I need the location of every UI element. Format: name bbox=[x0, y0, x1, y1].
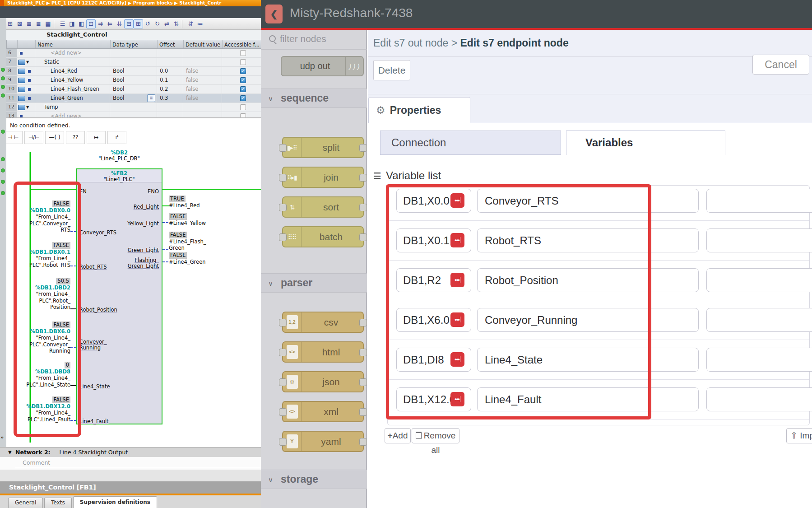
variable-name-input[interactable]: Robot_Position bbox=[477, 268, 699, 292]
palette-node-udp-out[interactable]: udp out ) ) ) bbox=[281, 56, 364, 76]
address-helper-button[interactable]: ••• bbox=[450, 273, 464, 287]
address-helper-button[interactable]: ••• bbox=[450, 352, 464, 367]
variable-name-cell[interactable]: Line4_Flash_Green bbox=[35, 85, 110, 93]
palette-node[interactable]: ⇅ sort bbox=[282, 196, 364, 218]
network2-header[interactable]: ▼ Network 2: Line 4 Stacklight Output bbox=[0, 447, 264, 457]
collapse-caret-icon[interactable]: ▼ bbox=[8, 447, 12, 457]
expand-caret-icon[interactable]: ▼ bbox=[26, 103, 29, 112]
properties-tab[interactable]: ⚙Properties bbox=[368, 97, 470, 123]
accessible-cell[interactable]: ✓ bbox=[222, 67, 264, 75]
en-pin[interactable]: EN bbox=[79, 189, 87, 195]
input-pin[interactable]: Line4_State bbox=[79, 384, 110, 390]
accessible-cell[interactable]: ✓ bbox=[222, 85, 264, 93]
variable-name-cell[interactable]: <Add new> bbox=[35, 49, 110, 57]
checkbox-unchecked-icon[interactable] bbox=[240, 104, 246, 110]
checkbox-checked-icon[interactable]: ✓ bbox=[240, 86, 246, 92]
variable-name-cell[interactable]: Static bbox=[35, 58, 110, 66]
palette-node[interactable]: Y yaml bbox=[282, 431, 364, 452]
palette-node[interactable]: <> xml bbox=[282, 401, 364, 422]
table-header-cell[interactable]: Accessible f... bbox=[223, 40, 264, 48]
input-pin[interactable]: Robot_RTS bbox=[79, 264, 107, 270]
palette-search[interactable]: filter nodes bbox=[261, 30, 367, 50]
tab-variables[interactable]: Variables bbox=[566, 130, 725, 155]
input-operand[interactable]: FALSE %DB1.DBX12.0 "From_Line4_ PLC".Lin… bbox=[8, 396, 70, 423]
inspector-tab[interactable]: Texts bbox=[44, 498, 72, 508]
output-pin[interactable]: Red_Light bbox=[134, 204, 159, 210]
delete-button[interactable]: Delete bbox=[373, 60, 410, 80]
palette-node[interactable]: 1,2 csv bbox=[282, 312, 364, 333]
variable-name-input[interactable]: Robot_RTS bbox=[477, 228, 699, 252]
input-pin[interactable]: Robot_Position bbox=[79, 307, 117, 313]
address-helper-button[interactable]: ••• bbox=[450, 312, 464, 327]
default-value-cell[interactable]: false bbox=[183, 76, 222, 84]
output-pin[interactable]: Green_Light bbox=[128, 247, 159, 253]
breadcrumb-parent[interactable]: Edit s7 out node bbox=[373, 37, 448, 49]
network-comment-row[interactable]: Comment bbox=[0, 457, 264, 470]
address-helper-button[interactable]: ••• bbox=[450, 392, 464, 406]
input-operand[interactable]: FALSE %DB1.DBX0.0 "From_Line4_ PLC".Conv… bbox=[8, 200, 70, 233]
data-type-cell[interactable] bbox=[110, 49, 157, 57]
table-row[interactable]: 11 Line4_Green Bool≣ 0.3 false ✓ bbox=[6, 94, 264, 103]
search-input[interactable]: filter nodes bbox=[280, 33, 326, 44]
ladder-element-icon[interactable]: ⊣ ⊢ bbox=[4, 131, 23, 144]
data-type-cell[interactable]: Bool bbox=[110, 76, 157, 84]
checkbox-checked-icon[interactable]: ✓ bbox=[240, 77, 246, 83]
table-row[interactable]: 7 ▼ Static bbox=[6, 58, 264, 67]
accessible-cell[interactable] bbox=[222, 58, 264, 66]
table-header-cell[interactable] bbox=[7, 40, 18, 48]
variable-extra-input[interactable] bbox=[706, 189, 812, 213]
address-helper-button[interactable]: ••• bbox=[450, 233, 464, 247]
ladder-element-icon[interactable]: ⊣/⊢ bbox=[24, 131, 43, 144]
variable-name-input[interactable]: Line4_State bbox=[477, 348, 699, 372]
tia-toolbar-icon[interactable]: ↺ bbox=[143, 19, 153, 28]
ladder-element-icon[interactable]: ↦ bbox=[87, 131, 106, 144]
palette-category-storage[interactable]: ∨ storage bbox=[261, 470, 367, 489]
default-value-cell[interactable]: false bbox=[183, 85, 222, 93]
more-chevrons-icon[interactable]: » bbox=[0, 434, 4, 440]
palette-node[interactable]: <> html bbox=[282, 341, 364, 363]
palette-category-parser[interactable]: ∨ parser bbox=[261, 273, 367, 293]
inspector-tab[interactable]: Supervision definitions bbox=[73, 496, 157, 508]
variable-extra-input[interactable] bbox=[706, 308, 812, 332]
input-operand[interactable]: FALSE %DB1.DBX0.1 "From_Line4_ PLC".Robo… bbox=[8, 242, 70, 268]
input-pin[interactable]: Conveyor_RTS bbox=[79, 230, 116, 236]
checkbox-unchecked-icon[interactable] bbox=[240, 59, 246, 65]
data-type-cell[interactable]: Bool≣ bbox=[110, 94, 157, 103]
accessible-cell[interactable]: ✓ bbox=[222, 94, 264, 103]
tia-toolbar-icon[interactable]: ⊞ bbox=[134, 19, 143, 28]
input-pin[interactable]: Line4_Fault bbox=[79, 419, 109, 424]
variable-extra-input[interactable] bbox=[706, 387, 812, 411]
palette-node[interactable]: ▮▸⠿ split bbox=[282, 137, 364, 158]
accessible-cell[interactable]: ✓ bbox=[222, 76, 264, 84]
tia-toolbar-icon[interactable] bbox=[54, 20, 57, 28]
tia-toolbar-icon[interactable]: ≔ bbox=[195, 19, 205, 28]
checkbox-checked-icon[interactable]: ✓ bbox=[240, 68, 246, 74]
tia-toolbar-icon[interactable] bbox=[182, 20, 185, 28]
data-type-cell[interactable] bbox=[110, 58, 157, 66]
tia-toolbar-icon[interactable]: ≣ bbox=[24, 19, 34, 28]
variable-name-input[interactable]: Line4_Fault bbox=[477, 387, 699, 411]
output-operand[interactable]: FALSE #Line4_Flash_ Green bbox=[169, 232, 227, 252]
table-header-cell[interactable] bbox=[18, 40, 36, 48]
tia-toolbar-icon[interactable]: ◨ bbox=[67, 19, 77, 28]
tia-toolbar-icon[interactable]: ⊠ bbox=[15, 19, 24, 28]
variable-extra-input[interactable] bbox=[706, 268, 812, 292]
eno-pin[interactable]: ENO bbox=[148, 189, 159, 195]
default-value-cell[interactable] bbox=[183, 103, 222, 112]
table-row[interactable]: 10 Line4_Flash_Green Bool 0.2 false ✓ bbox=[6, 85, 264, 94]
db-instance-header[interactable]: %DB2 "Line4_PLC_DB" bbox=[76, 150, 162, 162]
comment-placeholder[interactable]: Comment bbox=[23, 459, 50, 466]
table-header-cell[interactable]: Data type bbox=[111, 40, 158, 48]
table-header-cell[interactable]: Offset bbox=[158, 40, 184, 48]
output-operand[interactable]: TRUE #Line4_Red bbox=[169, 196, 227, 209]
tia-toolbar-icon[interactable]: ≣ bbox=[34, 19, 43, 28]
tia-toolbar-icon[interactable]: ⇇ bbox=[105, 19, 115, 28]
tia-toolbar-icon[interactable]: ⇊ bbox=[115, 19, 124, 28]
palette-node[interactable]: ⠿▸▮ join bbox=[282, 167, 364, 188]
checkbox-unchecked-icon[interactable] bbox=[240, 50, 246, 56]
variable-extra-input[interactable] bbox=[706, 348, 812, 372]
tia-toolbar-icon[interactable]: ↻ bbox=[153, 19, 162, 28]
remove-all-button[interactable]: Remove all bbox=[412, 428, 459, 443]
tia-toolbar-icon[interactable]: ⊟ bbox=[124, 19, 134, 28]
variable-name-cell[interactable]: Line4_Red bbox=[35, 67, 110, 75]
